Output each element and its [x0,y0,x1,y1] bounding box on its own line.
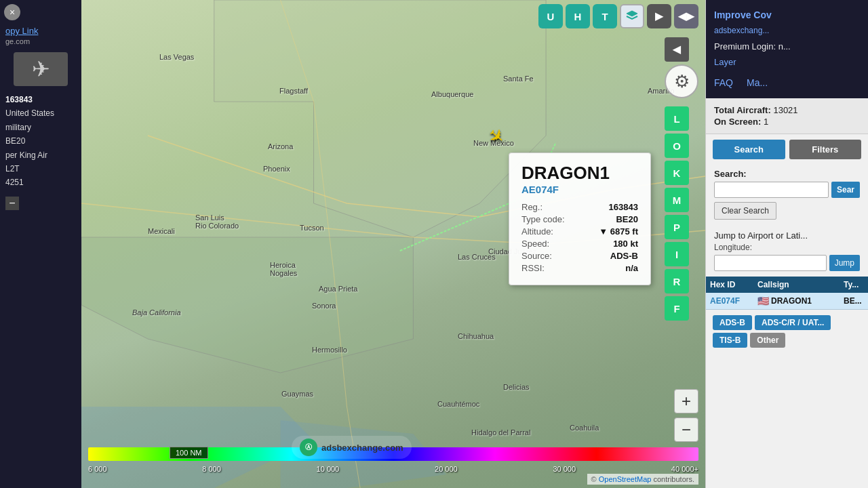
nav-m-button[interactable]: M [665,188,689,212]
adsbexchange-logo: Ⓐ adsbexchange.com [292,436,412,459]
clear-search-button[interactable]: Clear Search [714,202,776,220]
minus-button[interactable]: − [5,197,19,210]
link-url: ge.com [5,37,76,45]
source-filter-buttons: ADS-B ADS-C/R / UAT... TIS-B Other [706,310,868,353]
nav-k-button[interactable]: K [665,161,689,185]
header-hex-id: Hex ID [710,280,757,289]
popup-alt-label: Altitude: [521,226,553,237]
plane-thumbnail: ✈ [14,52,68,86]
svg-marker-0 [627,11,637,16]
search-label: Search: [714,169,860,179]
close-button[interactable]: × [4,4,20,20]
left-cat: L2T [5,162,76,176]
layer-link[interactable]: Layer [714,54,860,70]
action-buttons: Search Filters [706,134,868,165]
aircraft-popup[interactable]: DRAGON1 AE074F Reg.: 163843 Type code: B… [509,152,651,285]
btn-h[interactable]: H [566,4,590,28]
nav-o-button[interactable]: O [665,134,689,158]
header-callsign: Callsign [757,280,844,289]
nav-p-button[interactable]: P [665,215,689,239]
top-toolbar: U H T ▶ ◀▶ [538,4,698,28]
jump-button[interactable]: Jump [829,255,860,271]
zoom-out-button[interactable]: − [674,418,698,442]
other-filter-button[interactable]: Other [750,333,785,348]
popup-hex: AE074F [521,184,638,195]
cell-type: BE... [844,296,864,306]
popup-alt-value: ▼ 6875 ft [599,226,638,237]
right-panel-header: Improve Cov adsbexchang... Premium Login… [706,0,868,98]
table-row[interactable]: AE074F 🇺🇸 DRAGON1 BE... [706,293,868,310]
search-input[interactable] [714,182,829,198]
popup-rssi-value: n/a [625,263,638,273]
map-background[interactable]: Las Vegas Flagstaff Albuquerque Santa Fe… [81,0,705,488]
adsbex-circle-icon: Ⓐ [300,439,317,456]
filters-button[interactable]: Filters [789,140,862,159]
left-operator: per King Air [5,148,76,162]
side-navigation: ◀ ⚙ L O K M P I R F [665,37,698,321]
popup-type-value: BE20 [616,214,638,224]
adsbex-site-link[interactable]: adsbexchang... [714,24,860,39]
search-section: Search: Sear Clear Search [706,165,868,228]
header-type: Ty... [844,280,864,289]
popup-callsign: DRAGON1 [521,163,638,184]
left-country: United States [5,106,76,120]
jump-label: Jump to Airport or Lati... [714,230,860,241]
popup-type-label: Type code: [521,214,565,224]
layers-icon [625,9,639,23]
btn-t[interactable]: T [593,4,617,28]
adsb-filter-button[interactable]: ADS-B [713,315,752,330]
popup-source-value: ADS-B [610,251,638,261]
popup-reg-value: 163843 [609,202,638,212]
search-row: Sear [714,182,860,198]
cell-hex-id: AE074F [710,296,757,306]
map-scale: 100 NM [170,447,208,459]
map-area[interactable]: Las Vegas Flagstaff Albuquerque Santa Fe… [81,0,705,488]
faq-link[interactable]: FAQ [714,75,733,92]
adsc-filter-button[interactable]: ADS-C/R / UAT... [755,315,831,330]
stats-box: Total Aircraft: 13021 On Screen: 1 [706,98,868,134]
left-panel: × opy Link ge.com ✈ 163843 United States… [0,0,81,488]
search-action-button[interactable]: Search [713,140,785,159]
aircraft-table-headers: Hex ID Callsign Ty... [706,277,868,293]
improve-coverage-link[interactable]: Improve Cov [714,7,860,24]
map-link[interactable]: Ma... [747,75,768,92]
left-type: BE20 [5,134,76,148]
premium-login[interactable]: Premium Login: n... [714,39,860,54]
popup-reg-label: Reg.: [521,202,542,212]
left-mil: military [5,121,76,134]
popup-speed-value: 180 kt [613,239,638,249]
tisb-filter-button[interactable]: TIS-B [713,333,747,348]
aircraft-details-left: 163843 United States military BE20 per K… [5,93,76,190]
longitude-label: Longitude: [714,243,860,252]
copy-link[interactable]: opy Link [5,26,76,36]
btn-layers[interactable] [620,4,644,28]
btn-forward[interactable]: ▶ [647,4,671,28]
nav-f-button[interactable]: F [665,296,689,321]
nav-r-button[interactable]: R [665,269,689,293]
btn-u[interactable]: U [538,4,563,28]
cell-callsign: DRAGON1 [771,296,844,306]
total-aircraft-row: Total Aircraft: 13021 [714,105,860,115]
nav-l-button[interactable]: L [665,106,689,131]
altitude-bar-labels: 6 000 8 000 10 000 20 000 30 000 40 000+ [88,465,698,473]
settings-gear-button[interactable]: ⚙ [665,64,698,98]
btn-collapse[interactable]: ◀▶ [674,4,698,28]
adsbex-text: adsbexchange.com [321,443,403,453]
popup-source-label: Source: [521,251,552,261]
nav-i-button[interactable]: I [665,242,689,266]
nav-links: FAQ Ma... [714,75,860,92]
popup-rssi-label: RSSI: [521,263,545,273]
on-screen-row: On Screen: 1 [714,117,860,127]
search-submit-button[interactable]: Sear [831,182,860,198]
osm-credit: © OpenStreetMap contributors. [587,474,698,485]
zoom-in-button[interactable]: + [674,389,698,413]
osm-link: OpenStreetMap [599,475,652,483]
left-alt: 4251 [5,176,76,189]
flag-icon: 🇺🇸 [757,296,769,306]
jump-section: Jump to Airport or Lati... Longitude: Ju… [706,228,868,277]
right-panel: Improve Cov adsbexchang... Premium Login… [705,0,868,488]
nav-back-btn[interactable]: ◀ [665,37,689,62]
popup-speed-label: Speed: [521,239,549,249]
jump-input[interactable] [714,255,827,271]
jump-input-row: Jump [714,255,860,271]
